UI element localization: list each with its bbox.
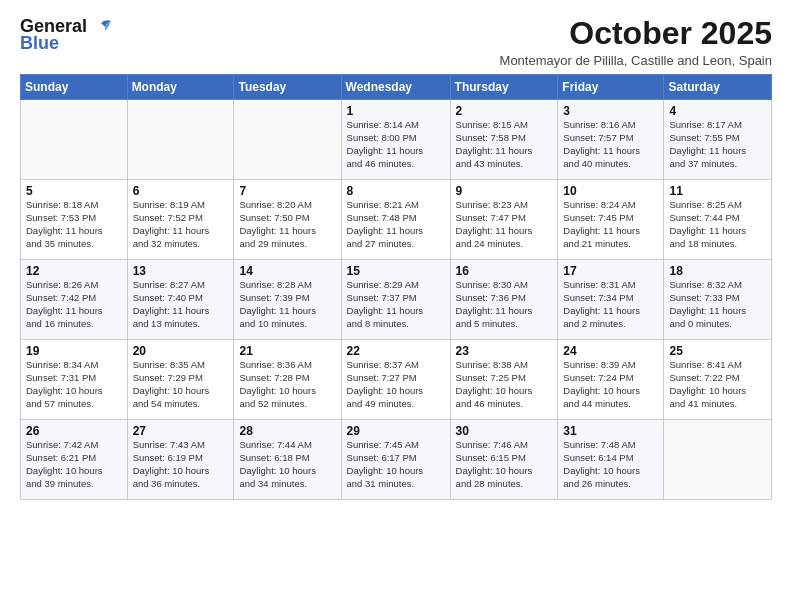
day-number: 9 (456, 184, 553, 198)
calendar-cell: 5Sunrise: 8:18 AM Sunset: 7:53 PM Daylig… (21, 180, 128, 260)
day-number: 21 (239, 344, 335, 358)
day-number: 3 (563, 104, 658, 118)
calendar-cell (21, 100, 128, 180)
day-number: 16 (456, 264, 553, 278)
calendar-cell: 24Sunrise: 8:39 AM Sunset: 7:24 PM Dayli… (558, 340, 664, 420)
day-number: 12 (26, 264, 122, 278)
day-info: Sunrise: 8:25 AM Sunset: 7:44 PM Dayligh… (669, 199, 766, 250)
day-number: 4 (669, 104, 766, 118)
weekday-header-saturday: Saturday (664, 75, 772, 100)
calendar-cell (127, 100, 234, 180)
weekday-header-sunday: Sunday (21, 75, 128, 100)
day-number: 2 (456, 104, 553, 118)
weekday-header-wednesday: Wednesday (341, 75, 450, 100)
day-info: Sunrise: 8:31 AM Sunset: 7:34 PM Dayligh… (563, 279, 658, 330)
calendar-cell: 22Sunrise: 8:37 AM Sunset: 7:27 PM Dayli… (341, 340, 450, 420)
logo-blue: Blue (20, 33, 59, 54)
calendar-cell: 25Sunrise: 8:41 AM Sunset: 7:22 PM Dayli… (664, 340, 772, 420)
location-subtitle: Montemayor de Pililla, Castille and Leon… (500, 53, 772, 68)
calendar-cell: 8Sunrise: 8:21 AM Sunset: 7:48 PM Daylig… (341, 180, 450, 260)
day-number: 8 (347, 184, 445, 198)
calendar-cell: 30Sunrise: 7:46 AM Sunset: 6:15 PM Dayli… (450, 420, 558, 500)
day-info: Sunrise: 8:30 AM Sunset: 7:36 PM Dayligh… (456, 279, 553, 330)
day-info: Sunrise: 8:37 AM Sunset: 7:27 PM Dayligh… (347, 359, 445, 410)
day-info: Sunrise: 8:28 AM Sunset: 7:39 PM Dayligh… (239, 279, 335, 330)
day-info: Sunrise: 8:32 AM Sunset: 7:33 PM Dayligh… (669, 279, 766, 330)
day-info: Sunrise: 8:21 AM Sunset: 7:48 PM Dayligh… (347, 199, 445, 250)
day-number: 6 (133, 184, 229, 198)
day-info: Sunrise: 8:20 AM Sunset: 7:50 PM Dayligh… (239, 199, 335, 250)
day-number: 28 (239, 424, 335, 438)
calendar-cell: 1Sunrise: 8:14 AM Sunset: 8:00 PM Daylig… (341, 100, 450, 180)
day-number: 5 (26, 184, 122, 198)
calendar-cell: 21Sunrise: 8:36 AM Sunset: 7:28 PM Dayli… (234, 340, 341, 420)
day-number: 26 (26, 424, 122, 438)
day-info: Sunrise: 8:34 AM Sunset: 7:31 PM Dayligh… (26, 359, 122, 410)
day-info: Sunrise: 8:14 AM Sunset: 8:00 PM Dayligh… (347, 119, 445, 170)
calendar-cell: 27Sunrise: 7:43 AM Sunset: 6:19 PM Dayli… (127, 420, 234, 500)
calendar-cell: 29Sunrise: 7:45 AM Sunset: 6:17 PM Dayli… (341, 420, 450, 500)
calendar-cell: 12Sunrise: 8:26 AM Sunset: 7:42 PM Dayli… (21, 260, 128, 340)
day-info: Sunrise: 8:18 AM Sunset: 7:53 PM Dayligh… (26, 199, 122, 250)
day-number: 23 (456, 344, 553, 358)
calendar-table: SundayMondayTuesdayWednesdayThursdayFrid… (20, 74, 772, 500)
day-info: Sunrise: 8:39 AM Sunset: 7:24 PM Dayligh… (563, 359, 658, 410)
logo: General Blue (20, 16, 111, 54)
day-info: Sunrise: 7:45 AM Sunset: 6:17 PM Dayligh… (347, 439, 445, 490)
calendar-week-1: 1Sunrise: 8:14 AM Sunset: 8:00 PM Daylig… (21, 100, 772, 180)
calendar-cell: 7Sunrise: 8:20 AM Sunset: 7:50 PM Daylig… (234, 180, 341, 260)
day-info: Sunrise: 8:15 AM Sunset: 7:58 PM Dayligh… (456, 119, 553, 170)
calendar-cell: 3Sunrise: 8:16 AM Sunset: 7:57 PM Daylig… (558, 100, 664, 180)
day-number: 11 (669, 184, 766, 198)
calendar-cell (664, 420, 772, 500)
weekday-header-tuesday: Tuesday (234, 75, 341, 100)
calendar-cell: 19Sunrise: 8:34 AM Sunset: 7:31 PM Dayli… (21, 340, 128, 420)
day-number: 29 (347, 424, 445, 438)
calendar-cell: 13Sunrise: 8:27 AM Sunset: 7:40 PM Dayli… (127, 260, 234, 340)
weekday-header-thursday: Thursday (450, 75, 558, 100)
day-info: Sunrise: 7:44 AM Sunset: 6:18 PM Dayligh… (239, 439, 335, 490)
calendar-cell: 17Sunrise: 8:31 AM Sunset: 7:34 PM Dayli… (558, 260, 664, 340)
day-info: Sunrise: 8:41 AM Sunset: 7:22 PM Dayligh… (669, 359, 766, 410)
day-info: Sunrise: 8:16 AM Sunset: 7:57 PM Dayligh… (563, 119, 658, 170)
day-info: Sunrise: 8:35 AM Sunset: 7:29 PM Dayligh… (133, 359, 229, 410)
day-number: 20 (133, 344, 229, 358)
calendar-week-3: 12Sunrise: 8:26 AM Sunset: 7:42 PM Dayli… (21, 260, 772, 340)
calendar-week-4: 19Sunrise: 8:34 AM Sunset: 7:31 PM Dayli… (21, 340, 772, 420)
day-number: 27 (133, 424, 229, 438)
day-number: 15 (347, 264, 445, 278)
day-info: Sunrise: 8:36 AM Sunset: 7:28 PM Dayligh… (239, 359, 335, 410)
calendar-cell: 15Sunrise: 8:29 AM Sunset: 7:37 PM Dayli… (341, 260, 450, 340)
header: General Blue October 2025 Montemayor de … (20, 16, 772, 68)
calendar-cell: 10Sunrise: 8:24 AM Sunset: 7:45 PM Dayli… (558, 180, 664, 260)
day-number: 22 (347, 344, 445, 358)
day-info: Sunrise: 8:29 AM Sunset: 7:37 PM Dayligh… (347, 279, 445, 330)
weekday-header-monday: Monday (127, 75, 234, 100)
day-info: Sunrise: 8:27 AM Sunset: 7:40 PM Dayligh… (133, 279, 229, 330)
day-number: 19 (26, 344, 122, 358)
day-info: Sunrise: 7:48 AM Sunset: 6:14 PM Dayligh… (563, 439, 658, 490)
day-number: 7 (239, 184, 335, 198)
day-number: 30 (456, 424, 553, 438)
calendar-cell (234, 100, 341, 180)
day-number: 10 (563, 184, 658, 198)
day-info: Sunrise: 8:26 AM Sunset: 7:42 PM Dayligh… (26, 279, 122, 330)
calendar-cell: 2Sunrise: 8:15 AM Sunset: 7:58 PM Daylig… (450, 100, 558, 180)
title-block: October 2025 Montemayor de Pililla, Cast… (500, 16, 772, 68)
day-number: 18 (669, 264, 766, 278)
calendar-cell: 16Sunrise: 8:30 AM Sunset: 7:36 PM Dayli… (450, 260, 558, 340)
calendar-cell: 26Sunrise: 7:42 AM Sunset: 6:21 PM Dayli… (21, 420, 128, 500)
calendar-cell: 23Sunrise: 8:38 AM Sunset: 7:25 PM Dayli… (450, 340, 558, 420)
day-info: Sunrise: 8:19 AM Sunset: 7:52 PM Dayligh… (133, 199, 229, 250)
day-info: Sunrise: 7:42 AM Sunset: 6:21 PM Dayligh… (26, 439, 122, 490)
calendar-cell: 6Sunrise: 8:19 AM Sunset: 7:52 PM Daylig… (127, 180, 234, 260)
day-number: 25 (669, 344, 766, 358)
day-info: Sunrise: 7:43 AM Sunset: 6:19 PM Dayligh… (133, 439, 229, 490)
calendar-header-row: SundayMondayTuesdayWednesdayThursdayFrid… (21, 75, 772, 100)
weekday-header-friday: Friday (558, 75, 664, 100)
calendar-cell: 18Sunrise: 8:32 AM Sunset: 7:33 PM Dayli… (664, 260, 772, 340)
day-number: 1 (347, 104, 445, 118)
day-info: Sunrise: 7:46 AM Sunset: 6:15 PM Dayligh… (456, 439, 553, 490)
calendar-cell: 14Sunrise: 8:28 AM Sunset: 7:39 PM Dayli… (234, 260, 341, 340)
day-info: Sunrise: 8:24 AM Sunset: 7:45 PM Dayligh… (563, 199, 658, 250)
